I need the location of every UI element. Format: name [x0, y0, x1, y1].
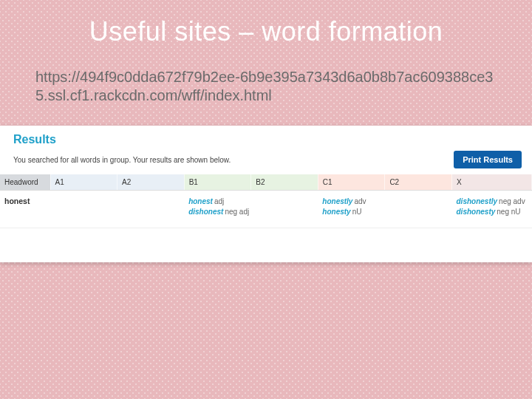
word: dishonestly [457, 197, 498, 205]
pos: nU [352, 208, 362, 216]
col-a2: A2 [117, 174, 185, 191]
print-results-button[interactable]: Print Results [454, 151, 522, 168]
table-spacer [0, 228, 532, 262]
col-b2: B2 [251, 174, 318, 191]
col-a1: A1 [50, 174, 117, 191]
cell-c1: honestlyadv honestynU [318, 191, 385, 228]
col-c2: C2 [385, 174, 452, 191]
pos: adj [214, 197, 224, 205]
cell-a2 [117, 191, 185, 228]
cell-x: dishonestlyneg adv dishonestyneg nU [452, 191, 532, 228]
cell-c2 [385, 191, 452, 228]
results-panel: Results You searched for all words in gr… [0, 126, 532, 262]
word: dishonest [188, 208, 223, 216]
url-text: https://494f9c0dda672f79b2ee-6b9e395a734… [0, 47, 532, 105]
results-subtext: You searched for all words in group. You… [13, 156, 231, 164]
col-b1: B1 [184, 174, 251, 191]
pos: neg adj [225, 208, 249, 216]
pos: neg nU [497, 208, 520, 216]
pos: adv [354, 197, 366, 205]
slide-title: Useful sites – word formation [0, 0, 532, 47]
cell-headword: honest [0, 191, 50, 228]
table-row: honest honestadj dishonestneg adj honest… [0, 191, 532, 228]
cell-b2 [251, 191, 318, 228]
word: dishonesty [457, 208, 496, 216]
cell-b1: honestadj dishonestneg adj [184, 191, 251, 228]
pos: neg adv [499, 197, 525, 205]
table-header-row: Headword A1 A2 B1 B2 C1 C2 X [0, 174, 532, 191]
results-heading: Results [13, 133, 519, 146]
word: honestly [322, 197, 352, 205]
results-table: Headword A1 A2 B1 B2 C1 C2 X honest hone… [0, 174, 532, 262]
cell-a1 [50, 191, 117, 228]
col-c1: C1 [318, 174, 385, 191]
col-headword: Headword [0, 174, 50, 191]
col-x: X [452, 174, 532, 191]
word: honest [188, 197, 213, 205]
word: honesty [322, 208, 350, 216]
